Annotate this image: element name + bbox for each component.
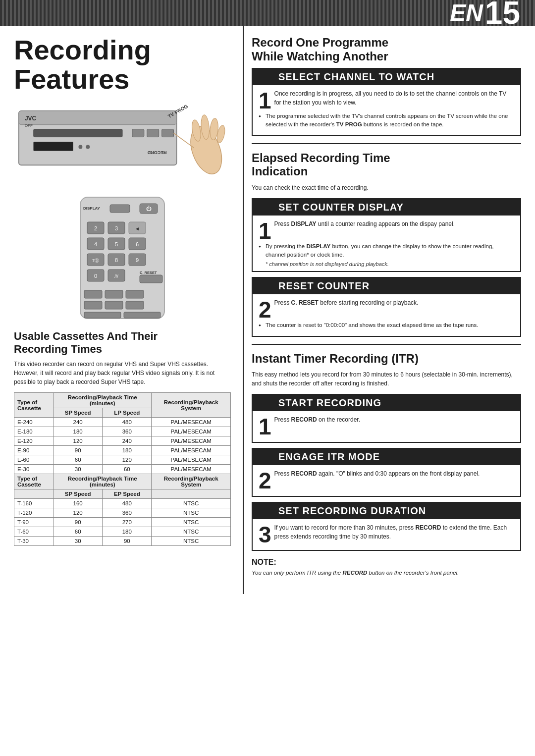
- table-cell: 60: [103, 465, 152, 474]
- table-cell: 90: [54, 446, 103, 455]
- set-duration-step-number: 3: [259, 523, 271, 546]
- svg-rect-49: [105, 290, 123, 298]
- svg-point-10: [86, 145, 90, 149]
- step1-content: 1 Once recording is in progress, all you…: [253, 85, 520, 135]
- elapsed-subheading: You can check the exact time of a record…: [252, 183, 521, 192]
- cassettes-section: Usable Cassettes And TheirRecording Time…: [14, 330, 231, 546]
- table-header-cassette: Type ofCassette: [14, 393, 54, 418]
- table-cell: 160: [54, 499, 103, 508]
- table-cell: 60: [54, 455, 103, 465]
- svg-text:9: 9: [136, 257, 139, 263]
- table-cell: PAL/MESECAM: [152, 455, 231, 465]
- svg-rect-53: [126, 301, 144, 309]
- counter-display-block: SET COUNTER DISPLAY 1 Press DISPLAY unti…: [252, 198, 521, 272]
- step1-number: 1: [259, 89, 271, 112]
- table-cell: 90: [103, 537, 152, 546]
- table-cell: 60: [54, 527, 103, 537]
- table-cell: T-120: [14, 508, 54, 518]
- table-header-system: Recording/PlaybackSystem: [152, 393, 231, 418]
- table-row: E-240240480PAL/MESECAM: [14, 418, 231, 427]
- svg-text:6: 6: [136, 241, 139, 247]
- reset-counter-block: RESET COUNTER 2 Press C. RESET before st…: [252, 277, 521, 336]
- table-cell: 240: [103, 436, 152, 446]
- cassettes-heading: Usable Cassettes And TheirRecording Time…: [14, 330, 231, 356]
- table-row: T-120120360NTSC: [14, 508, 231, 518]
- table-subheader-sp: SP Speed: [54, 408, 103, 418]
- svg-rect-55: [124, 312, 160, 318]
- step1-title: SELECT CHANNEL TO WATCH: [253, 69, 520, 85]
- table-cell: PAL/MESECAM: [152, 418, 231, 427]
- set-duration-content: 3 If you want to record for more than 30…: [253, 519, 520, 550]
- record-one-heading: Record One ProgrammeWhile Watching Anoth…: [252, 36, 521, 63]
- header-bar: EN 15: [0, 0, 535, 26]
- table-row: T-303090NTSC: [14, 537, 231, 546]
- table-cell: E-180: [14, 427, 54, 436]
- en-label: EN: [450, 1, 483, 25]
- svg-rect-51: [84, 301, 102, 309]
- table-row: E-303060PAL/MESECAM: [14, 465, 231, 474]
- table-cell: 180: [103, 527, 152, 537]
- svg-text:2: 2: [94, 225, 97, 231]
- table-cell: E-90: [14, 446, 54, 455]
- t2-subh-type: [14, 489, 54, 499]
- svg-text:⏻: ⏻: [146, 206, 152, 212]
- table2-subheader-sp: SP Speed: [54, 489, 103, 499]
- counter-display-title: SET COUNTER DISPLAY: [253, 199, 520, 216]
- counter-display-note: * channel position is not displayed duri…: [266, 261, 514, 267]
- set-duration-title: SET RECORDING DURATION: [253, 503, 520, 519]
- table-cell: NTSC: [152, 508, 231, 518]
- set-duration-block: SET RECORDING DURATION 3 If you want to …: [252, 502, 521, 551]
- table-row: E-9090180PAL/MESECAM: [14, 446, 231, 455]
- svg-rect-1: [19, 110, 177, 124]
- table-cell: PAL/MESECAM: [152, 436, 231, 446]
- svg-rect-48: [84, 290, 102, 298]
- table-cell: NTSC: [152, 537, 231, 546]
- engage-itr-content: 2 Press RECORD again. "O" blinks and 0:3…: [253, 465, 520, 496]
- step1-body: Once recording is in progress, all you n…: [259, 89, 514, 107]
- itr-section: Instant Timer Recording (ITR) This easy …: [252, 352, 521, 578]
- table-cell: E-30: [14, 465, 54, 474]
- svg-text:8: 8: [115, 257, 118, 263]
- reset-counter-title: RESET COUNTER: [253, 278, 520, 294]
- counter-display-body: Press DISPLAY until a counter reading ap…: [259, 219, 514, 228]
- table-cell: E-240: [14, 418, 54, 427]
- table-cell: 360: [103, 508, 152, 518]
- table-cell: PAL/MESECAM: [152, 446, 231, 455]
- table-row: T-160160480NTSC: [14, 499, 231, 508]
- page-number: 15: [485, 0, 520, 29]
- table-cell: 120: [54, 436, 103, 446]
- reset-counter-content: 2 Press C. RESET before starting recordi…: [253, 294, 520, 335]
- svg-rect-47: [140, 275, 162, 283]
- note-section: NOTE: You can only perform ITR using the…: [252, 558, 521, 577]
- table-cell: NTSC: [152, 499, 231, 508]
- page-title: RecordingFeatures: [14, 36, 231, 94]
- svg-text:///: ///: [114, 274, 118, 279]
- cassettes-body: This video recorder can record on regula…: [14, 360, 231, 386]
- note-text: You can only perform ITR using the RECOR…: [252, 569, 521, 577]
- set-duration-body: If you want to record for more than 30 m…: [259, 523, 514, 541]
- svg-rect-5: [34, 142, 73, 151]
- engage-step-number: 2: [259, 469, 271, 492]
- start-recording-content: 1 Press RECORD on the recorder.: [253, 411, 520, 442]
- table-cell: E-120: [14, 436, 54, 446]
- reset-counter-bullet1: The counter is reset to "0:00:00" and sh…: [259, 321, 514, 329]
- table-cell: 90: [54, 518, 103, 527]
- engage-itr-body: Press RECORD again. "O" blinks and 0:30 …: [259, 469, 514, 478]
- table-cell: PAL/MESECAM: [152, 465, 231, 474]
- table-row: E-120120240PAL/MESECAM: [14, 436, 231, 446]
- svg-text:C. RESET: C. RESET: [140, 270, 157, 275]
- svg-text:4: 4: [94, 241, 97, 247]
- table-cell: E-60: [14, 455, 54, 465]
- right-column: Record One ProgrammeWhile Watching Anoth…: [243, 26, 535, 594]
- step1-bullet1: The programme selected with the TV's cha…: [259, 112, 514, 129]
- start-recording-title: START RECORDING: [253, 395, 520, 411]
- engage-itr-block: ENGAGE ITR MODE 2 Press RECORD again. "O…: [252, 448, 521, 497]
- cassette-table: Type ofCassette Recording/Playback Time(…: [14, 392, 231, 546]
- svg-text:DISPLAY: DISPLAY: [83, 206, 101, 211]
- table-cell: 240: [54, 418, 103, 427]
- counter-display-bullet1: By pressing the DISPLAY button, you can …: [259, 242, 514, 260]
- svg-rect-8: [162, 129, 174, 137]
- table-cell: NTSC: [152, 527, 231, 537]
- svg-rect-54: [84, 312, 121, 318]
- itr-body: This easy method lets you record for fro…: [252, 370, 521, 388]
